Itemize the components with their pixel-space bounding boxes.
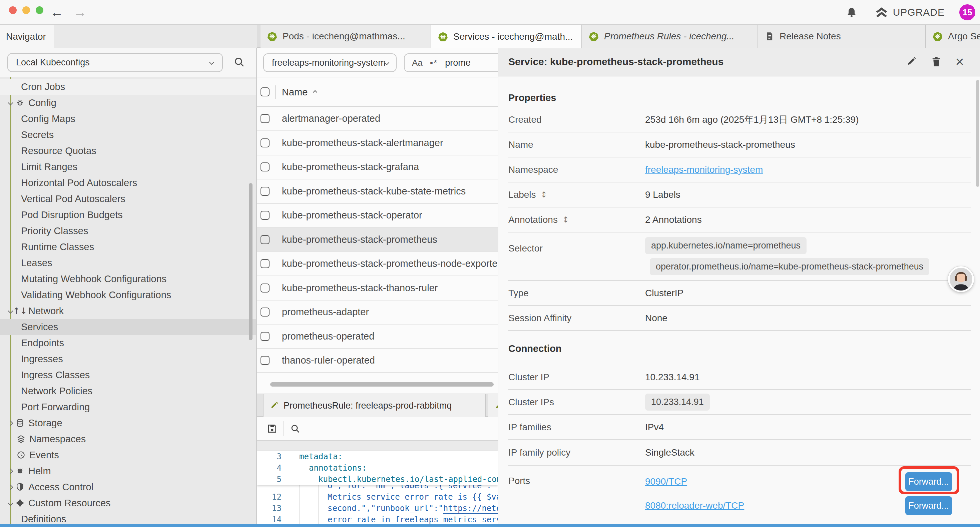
port-link[interactable]: 9090/TCP: [645, 476, 687, 487]
delete-trash-icon[interactable]: [931, 56, 941, 67]
notification-count-badge[interactable]: 15: [959, 4, 975, 20]
horizontal-scrollbar[interactable]: [270, 382, 494, 387]
sidebar-item-network-policies[interactable]: Network Policies: [0, 383, 257, 399]
sidebar-item-namespaces[interactable]: Namespaces: [0, 431, 257, 447]
table-row[interactable]: kube-prometheus-stack-kube-state-metrics: [257, 180, 498, 204]
editor-search-icon[interactable]: [290, 424, 300, 434]
code-link[interactable]: https://netes.io/freeleaps: [443, 504, 498, 514]
select-all-checkbox[interactable]: [261, 88, 269, 96]
navigator-tab[interactable]: Navigator: [0, 25, 54, 48]
row-checkbox[interactable]: [261, 211, 269, 220]
sidebar-item-ingresses[interactable]: Ingresses: [0, 351, 257, 367]
namespace-link[interactable]: freeleaps-monitoring-system: [645, 164, 763, 175]
sidebar-item-config-maps[interactable]: Config Maps: [0, 111, 257, 127]
notifications-bell-icon[interactable]: [846, 6, 858, 18]
table-row[interactable]: prometheus-adapter: [257, 300, 498, 325]
chevron-down-icon[interactable]: [8, 500, 13, 506]
expand-sort-icon[interactable]: ↕: [562, 215, 569, 224]
maximize-window-button[interactable]: [36, 6, 43, 14]
detail-scrollbar[interactable]: [976, 80, 979, 187]
close-window-button[interactable]: [9, 6, 17, 14]
table-row[interactable]: kube-prometheus-stack-operator: [257, 204, 498, 228]
sidebar-item-ingress-classes[interactable]: Ingress Classes: [0, 367, 257, 383]
name-filter-input[interactable]: Aa ▪* prome: [404, 53, 498, 72]
row-checkbox[interactable]: [261, 187, 269, 196]
table-row[interactable]: kube-prometheus-stack-grafana: [257, 155, 498, 180]
chevron-right-icon[interactable]: [8, 484, 13, 490]
regex-toggle[interactable]: ▪*: [430, 58, 438, 68]
table-row[interactable]: alertmanager-operated: [257, 107, 498, 131]
chevron-right-icon[interactable]: [8, 420, 13, 426]
avatar[interactable]: [948, 266, 974, 292]
sidebar-item-vertical-pod-autoscalers[interactable]: Vertical Pod Autoscalers: [0, 191, 257, 207]
table-row[interactable]: prometheus-operated: [257, 325, 498, 349]
table-row[interactable]: kube-prometheus-stack-prometheus-node-ex…: [257, 252, 498, 276]
row-checkbox[interactable]: [261, 283, 269, 293]
sidebar-item-validating-webhook-configurations[interactable]: Validating Webhook Configurations: [0, 287, 257, 303]
tab-argo-se[interactable]: Argo Se: [926, 25, 980, 48]
sidebar-item-custom-resources[interactable]: Custom Resources: [0, 495, 257, 511]
upgrade-label[interactable]: UPGRADE: [893, 7, 945, 18]
table-row[interactable]: kube-prometheus-stack-thanos-ruler: [257, 276, 498, 301]
sidebar-item-endpoints[interactable]: Endpoints: [0, 335, 257, 351]
tab-prometheus-rules-icecheng[interactable]: Prometheus Rules - icecheng...: [582, 25, 758, 48]
edit-pencil-icon[interactable]: [907, 56, 917, 67]
row-checkbox[interactable]: [261, 162, 269, 172]
row-checkbox[interactable]: [261, 332, 269, 341]
table-row[interactable]: kube-prometheus-stack-alertmanager: [257, 131, 498, 155]
tab-pods-icecheng-mathmas[interactable]: Pods - icecheng@mathmas...: [261, 25, 431, 48]
forward-button[interactable]: Forward...: [905, 472, 952, 491]
sidebar-item-cron-jobs[interactable]: Cron Jobs: [0, 79, 257, 95]
sidebar-search-icon[interactable]: [234, 56, 245, 68]
expand-sort-icon[interactable]: ↕: [541, 190, 547, 199]
sidebar-item-pod-disruption-budgets[interactable]: Pod Disruption Budgets: [0, 207, 257, 223]
chevron-right-icon[interactable]: [8, 468, 13, 474]
close-icon[interactable]: ×: [955, 55, 964, 68]
editor-tab-prometheusrule[interactable]: PrometheusRule: freeleaps-prod-rabbitmq: [263, 394, 486, 417]
sidebar-item-priority-classes[interactable]: Priority Classes: [0, 223, 257, 239]
back-button[interactable]: ←: [48, 3, 66, 21]
tab-release-notes[interactable]: Release Notes: [758, 25, 926, 48]
match-case-toggle[interactable]: Aa: [412, 58, 423, 68]
save-icon[interactable]: [267, 423, 277, 434]
sidebar-item-config[interactable]: Config: [0, 95, 257, 111]
sidebar-item-secrets[interactable]: Secrets: [0, 127, 257, 143]
sidebar-item-limit-ranges[interactable]: Limit Ranges: [0, 159, 257, 175]
property-value[interactable]: freeleaps-monitoring-system: [645, 164, 970, 175]
editor-tab-partial[interactable]: [488, 394, 498, 417]
chevron-down-icon[interactable]: [8, 100, 13, 105]
forward-button[interactable]: Forward...: [905, 496, 952, 515]
row-checkbox[interactable]: [261, 114, 269, 123]
table-row[interactable]: thanos-ruler-operated: [257, 349, 498, 373]
kubeconfig-select[interactable]: Local Kubeconfigs: [7, 53, 223, 72]
sidebar-item-mutating-webhook-configurations[interactable]: Mutating Webhook Configurations: [0, 271, 257, 287]
sidebar-item-resource-quotas[interactable]: Resource Quotas: [0, 143, 257, 159]
sort-ascending-icon[interactable]: [313, 90, 317, 94]
namespace-select[interactable]: freeleaps-monitoring-system: [263, 53, 396, 72]
sidebar-item-storage[interactable]: Storage: [0, 415, 257, 431]
row-checkbox[interactable]: [261, 259, 269, 268]
sidebar-scrollbar[interactable]: [249, 183, 253, 340]
row-checkbox[interactable]: [261, 307, 269, 317]
upgrade-chevrons-icon[interactable]: [875, 6, 888, 18]
tab-services-icecheng-math[interactable]: Services - icecheng@math...×: [431, 25, 582, 48]
minimize-window-button[interactable]: [22, 6, 30, 14]
sidebar-item-helm[interactable]: Helm: [0, 463, 257, 479]
sidebar-item-events[interactable]: Events: [0, 447, 257, 463]
sidebar-item-port-forwarding[interactable]: Port Forwarding: [0, 399, 257, 415]
sidebar-item-leases[interactable]: Leases: [0, 255, 257, 271]
row-checkbox[interactable]: [261, 356, 269, 365]
sidebar-item-network[interactable]: ↑↓Network: [0, 303, 257, 319]
table-row[interactable]: kube-prometheus-stack-prometheus: [257, 228, 498, 252]
row-checkbox[interactable]: [261, 139, 269, 147]
forward-button[interactable]: →: [71, 3, 89, 21]
port-link[interactable]: 8080:reloader-web/TCP: [645, 500, 744, 511]
sidebar-item-runtime-classes[interactable]: Runtime Classes: [0, 239, 257, 255]
sidebar-item-access-control[interactable]: Access Control: [0, 479, 257, 495]
chevron-down-icon[interactable]: [8, 308, 13, 314]
sidebar-item-horizontal-pod-autoscalers[interactable]: Horizontal Pod Autoscalers: [0, 175, 257, 191]
row-checkbox[interactable]: [261, 235, 269, 244]
sidebar-item-services[interactable]: Services: [0, 319, 257, 335]
yaml-editor[interactable]: 3metadata:4annotations:5kubectl.kubernet…: [257, 451, 498, 527]
name-column-header[interactable]: Name: [282, 87, 307, 98]
